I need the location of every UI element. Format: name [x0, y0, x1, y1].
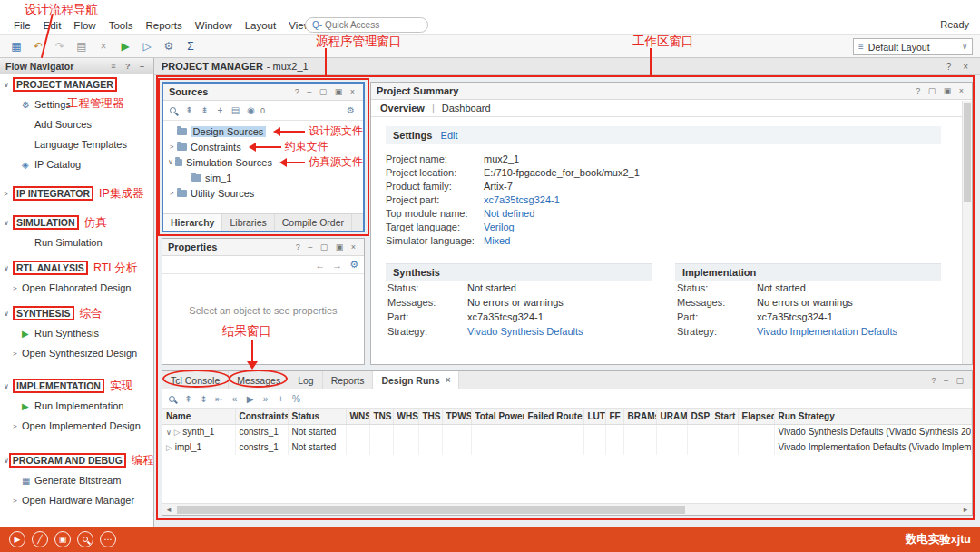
section-label[interactable]: RTL ANALYSIS [13, 261, 88, 275]
field-value-link[interactable]: Not defined [484, 208, 534, 222]
tab-log[interactable]: Log [289, 371, 323, 389]
expand-all-icon[interactable]: ⇟ [196, 394, 211, 404]
col-run-strategy[interactable]: Run Strategy [774, 409, 972, 424]
pointer-circle-icon[interactable]: ▶ [9, 531, 25, 547]
tab-hierarchy[interactable]: Hierarchy [163, 214, 222, 231]
col-ff[interactable]: FF [605, 409, 623, 424]
section-project-manager[interactable]: ∨ PROJECT MANAGER [0, 74, 153, 94]
step-forward-icon[interactable]: » [258, 394, 273, 404]
chevron-right-icon[interactable]: > [167, 189, 176, 197]
col-lut[interactable]: LUT [583, 409, 605, 424]
section-rtl-analysis[interactable]: ∨ RTL ANALYSIS RTL分析 [0, 258, 153, 278]
section-simulation[interactable]: ∨ SIMULATION 仿真 [0, 212, 153, 232]
item-open-implemented-design[interactable]: > Open Implemented Design [0, 416, 153, 436]
item-open-elaborated-design[interactable]: > Open Elaborated Design [0, 278, 153, 298]
section-label[interactable]: SIMULATION [13, 215, 79, 230]
tab-libraries[interactable]: Libraries [222, 214, 274, 231]
tab-design-runs[interactable]: Design Runs × [373, 371, 459, 389]
first-icon[interactable]: ⇤ [211, 394, 227, 404]
menu-edit[interactable]: Edit [37, 18, 68, 33]
quick-access-input[interactable] [325, 20, 416, 30]
copy-icon[interactable]: ▤ [73, 40, 91, 53]
section-label[interactable]: IP INTEGRATOR [13, 186, 93, 201]
sources-window-icons[interactable]: ? – ▢ ▣ × [295, 87, 358, 96]
chevron-down-icon[interactable]: ∨ [4, 382, 13, 390]
add-sources-icon[interactable]: + [212, 105, 228, 115]
collapse-all-icon[interactable]: ⇞ [181, 394, 196, 404]
more-circle-icon[interactable]: ⋯ [100, 531, 116, 547]
item-run-simulation[interactable]: Run Simulation [0, 232, 153, 252]
tab-overview[interactable]: Overview [380, 103, 425, 113]
scrollbar-thumb[interactable] [177, 506, 685, 514]
tree-item-label[interactable]: Simulation Sources [186, 157, 272, 168]
section-synthesis[interactable]: ∨ SYNTHESIS 综合 [0, 303, 153, 323]
tree-item-constraints[interactable]: > Constraints 约束文件 [163, 139, 363, 154]
section-implementation[interactable]: ∨ IMPLEMENTATION 实现 [0, 376, 153, 396]
item-open-synthesized-design[interactable]: > Open Synthesized Design [0, 343, 153, 363]
col-brams[interactable]: BRAMs [623, 409, 656, 424]
item-open-hardware-manager[interactable]: > Open Hardware Manager [0, 490, 153, 510]
scrollbar-track[interactable] [175, 504, 959, 515]
col-wns[interactable]: WNS [346, 409, 369, 424]
run-icon[interactable]: ▶ [242, 394, 258, 404]
redo-icon[interactable]: ↷ [51, 40, 69, 53]
search-icon[interactable] [169, 396, 175, 402]
table-row-synth-1[interactable]: ∨ ▷ synth_1 constrs_1 Not started Vivado… [162, 424, 972, 439]
field-value-link[interactable]: xc7a35tcsg324-1 [484, 194, 560, 208]
run-icon[interactable]: ▶ [116, 40, 134, 53]
gear-icon[interactable]: ⚙ [349, 259, 358, 271]
pen-circle-icon[interactable]: ╱ [32, 531, 48, 547]
design-runs-window-icons[interactable]: ? – ▢ [931, 376, 966, 385]
col-tns[interactable]: TNS [369, 409, 393, 424]
col-dsp[interactable]: DSP [687, 409, 710, 424]
menu-tools[interactable]: Tools [103, 18, 140, 33]
col-tpws[interactable]: TPWS [442, 409, 471, 424]
tab-messages[interactable]: Messages [229, 371, 289, 389]
field-value-link[interactable]: Verilog [484, 222, 514, 235]
quick-access-box[interactable]: Q- [305, 17, 428, 33]
item-run-implementation[interactable]: ▶ Run Implementation [0, 396, 153, 416]
flow-navigator-header-icons[interactable]: ≡ ? – [111, 62, 148, 71]
sigma-icon[interactable]: Σ [181, 40, 200, 53]
col-elapsed[interactable]: Elapsed [738, 409, 774, 424]
chevron-down-icon[interactable]: ∨ [4, 81, 13, 89]
scroll-right-icon[interactable]: ▸ [959, 505, 972, 514]
chevron-down-icon[interactable]: ∨ [166, 429, 172, 437]
section-label[interactable]: PROJECT MANAGER [13, 77, 117, 92]
save-icon[interactable]: ▦ [7, 40, 25, 53]
tree-item-label[interactable]: Design Sources [191, 126, 267, 137]
tree-item-design-sources[interactable]: Design Sources 设计源文件 [163, 123, 363, 139]
expand-all-icon[interactable]: ⇟ [197, 105, 212, 115]
row-value-link[interactable]: Vivado Synthesis Defaults [467, 326, 583, 340]
col-constraints[interactable]: Constraints [235, 409, 288, 424]
menu-file[interactable]: File [7, 18, 37, 33]
section-label[interactable]: SYNTHESIS [13, 306, 74, 320]
tree-item-label[interactable]: Utility Sources [191, 188, 254, 199]
header-window-icons[interactable]: ? × [946, 62, 973, 72]
save-circle-icon[interactable]: ▣ [54, 531, 71, 547]
sources-header[interactable]: Sources ? – ▢ ▣ × [163, 84, 363, 101]
properties-window-icons[interactable]: ? – ▢ ▣ × [296, 242, 358, 251]
vertical-scrollbar[interactable] [962, 101, 972, 364]
scroll-left-icon[interactable]: ◂ [162, 505, 175, 514]
chevron-down-icon[interactable]: ∨ [167, 158, 174, 166]
chevron-down-icon[interactable]: ∨ [4, 310, 13, 318]
menu-reports[interactable]: Reports [140, 18, 189, 33]
edit-link[interactable]: Edit [441, 130, 458, 141]
menu-layout[interactable]: Layout [239, 18, 283, 33]
delete-icon[interactable]: × [94, 40, 113, 53]
open-file-icon[interactable]: ▤ [228, 105, 243, 115]
field-value-link[interactable]: Mixed [484, 235, 510, 249]
tree-item-label[interactable]: sim_1 [205, 172, 231, 183]
row-value-link[interactable]: Vivado Implementation Defaults [757, 326, 897, 340]
tree-item-sim-1[interactable]: sim_1 [163, 170, 363, 185]
chevron-down-icon[interactable]: ∨ [4, 219, 13, 227]
item-language-templates[interactable]: Language Templates [0, 134, 153, 154]
project-summary-window-icons[interactable]: ? ▢ ▣ × [916, 86, 966, 95]
search-icon[interactable] [170, 107, 176, 113]
tree-item-simulation-sources[interactable]: ∨ Simulation Sources 仿真源文件 [163, 154, 363, 170]
project-summary-header[interactable]: Project Summary ? ▢ ▣ × [371, 83, 972, 100]
step-icon[interactable]: ▷ [138, 40, 156, 53]
item-ip-catalog[interactable]: ◈ IP Catalog [0, 154, 153, 174]
col-total-power[interactable]: Total Power [471, 409, 524, 424]
